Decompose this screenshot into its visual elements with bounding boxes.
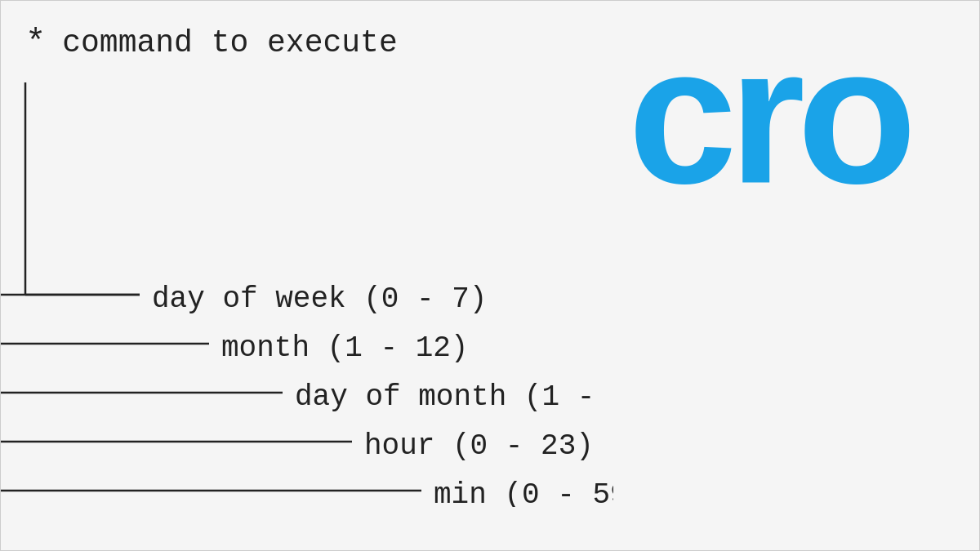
asterisk-symbol: * xyxy=(25,26,46,60)
main-container: * command to execute day of week (0 - 7)… xyxy=(0,0,980,551)
svg-text:hour (0 - 23): hour (0 - 23) xyxy=(364,429,594,463)
command-line: * command to execute xyxy=(25,25,613,60)
svg-text:month (1 - 12): month (1 - 12) xyxy=(221,331,468,365)
cron-logo-text: cro xyxy=(628,17,908,213)
svg-text:min (0 - 59): min (0 - 59) xyxy=(434,478,613,507)
logo-area: cro xyxy=(612,1,979,551)
cron-diagram-svg: day of week (0 - 7) month (1 - 12) day o… xyxy=(1,82,613,507)
svg-text:day of week (0 - 7): day of week (0 - 7) xyxy=(152,282,487,316)
diagram-area: * command to execute day of week (0 - 7)… xyxy=(1,1,613,551)
svg-text:day of month (1 - 31): day of month (1 - 31) xyxy=(295,380,613,414)
command-text: command to execute xyxy=(62,25,397,60)
